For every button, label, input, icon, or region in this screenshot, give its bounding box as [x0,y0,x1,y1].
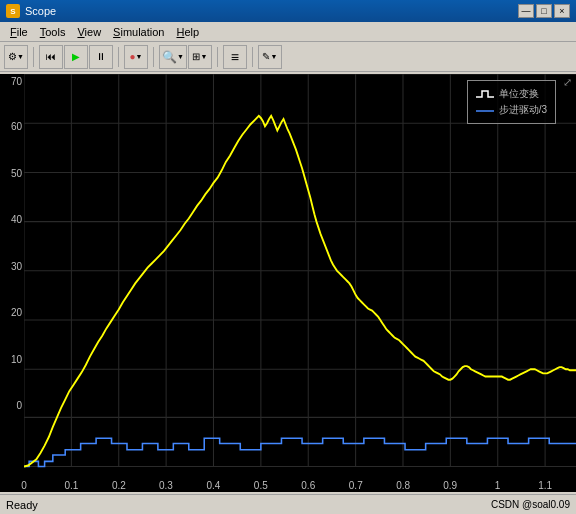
menu-simulation[interactable]: Simulation [107,22,170,42]
legend-icon-unit [476,89,494,99]
rewind-button[interactable]: ⏮ [39,45,63,69]
toolbar-group-sim: ⏮ ▶ ⏸ [39,45,113,69]
x-label-11: 1.1 [538,480,552,491]
y-label-60: 60 [11,121,22,132]
x-axis: 0 0.1 0.2 0.3 0.4 0.5 0.6 0.7 0.8 0.9 1 … [24,476,576,492]
y-label-40: 40 [11,214,22,225]
zoom-fit-icon: ⊞ [192,51,200,62]
status-ready: Ready [6,499,491,511]
pause-icon: ⏸ [96,51,106,62]
plot-svg [24,74,576,476]
status-right: CSDN @soal0.09 [491,499,570,510]
record-button[interactable]: ●▼ [124,45,148,69]
blue-signal [24,438,576,466]
y-label-50: 50 [11,168,22,179]
toolbar-group-edit: ✎▼ [258,45,282,69]
toolbar-group-zoom: 🔍▼ ⊞▼ [159,45,212,69]
pause-button[interactable]: ⏸ [89,45,113,69]
params-button[interactable]: ≡ [223,45,247,69]
gear-icon: ⚙ [8,51,17,62]
y-label-70: 70 [11,76,22,87]
status-bar: Ready CSDN @soal0.09 [0,494,576,514]
x-label-05: 0.5 [254,480,268,491]
toolbar-group-params: ≡ [223,45,247,69]
y-label-10: 10 [11,354,22,365]
x-label-01: 0.1 [65,480,79,491]
x-label-02: 0.2 [112,480,126,491]
zoomfit-chevron: ▼ [200,53,207,60]
y-label-30: 30 [11,261,22,272]
toolbar-separator-4 [217,47,218,67]
fullscreen-icon[interactable]: ⤢ [563,76,572,89]
zoom-chevron: ▼ [177,53,184,60]
menu-view[interactable]: View [71,22,107,42]
minimize-button[interactable]: — [518,4,534,18]
toolbar-separator-3 [153,47,154,67]
toolbar-separator-2 [118,47,119,67]
rewind-icon: ⏮ [46,51,56,62]
window-controls: — □ × [518,4,570,18]
title-bar: S Scope — □ × [0,0,576,22]
edit-icon: ✎ [262,51,270,62]
toolbar-separator-1 [33,47,34,67]
x-label-08: 0.8 [396,480,410,491]
legend-item-step: 步进驱动/3 [476,103,547,117]
y-label-20: 20 [11,307,22,318]
yellow-signal [24,116,576,467]
toolbar-group-settings: ⚙▼ [4,45,28,69]
play-button[interactable]: ▶ [64,45,88,69]
legend-item-unit: 单位变换 [476,87,547,101]
app-icon: S [6,4,20,18]
zoom-in-button[interactable]: 🔍▼ [159,45,187,69]
menu-help[interactable]: Help [170,22,205,42]
maximize-button[interactable]: □ [536,4,552,18]
x-label-03: 0.3 [159,480,173,491]
play-icon: ▶ [72,51,80,62]
close-button[interactable]: × [554,4,570,18]
edit-button[interactable]: ✎▼ [258,45,282,69]
zoom-in-icon: 🔍 [162,50,177,64]
main-window: S Scope — □ × File Tools View Simulation… [0,0,576,514]
x-label-04: 0.4 [206,480,220,491]
x-label-06: 0.6 [301,480,315,491]
legend-label-step: 步进驱动/3 [499,103,547,117]
x-label-07: 0.7 [349,480,363,491]
params-icon: ≡ [231,49,239,65]
record-chevron: ▼ [136,53,143,60]
menu-file[interactable]: File [4,22,34,42]
x-label-1: 1 [495,480,501,491]
edit-chevron: ▼ [270,53,277,60]
y-label-0: 0 [16,400,22,411]
menu-tools[interactable]: Tools [34,22,72,42]
zoom-fit-button[interactable]: ⊞▼ [188,45,212,69]
legend-icon-step [476,105,494,115]
x-label-09: 0.9 [443,480,457,491]
toolbar: ⚙▼ ⏮ ▶ ⏸ ●▼ 🔍▼ ⊞▼ [0,42,576,72]
toolbar-separator-5 [252,47,253,67]
legend-label-unit: 单位变换 [499,87,539,101]
y-axis: 70 60 50 40 30 20 10 0 [0,74,24,492]
settings-chevron: ▼ [17,53,24,60]
scope-plot: ⤢ 70 60 50 40 30 20 10 0 [0,74,576,492]
toolbar-group-record: ●▼ [124,45,148,69]
content-area: ⤢ 70 60 50 40 30 20 10 0 [0,72,576,514]
settings-button[interactable]: ⚙▼ [4,45,28,69]
menu-bar: File Tools View Simulation Help [0,22,576,42]
legend: 单位变换 步进驱动/3 [467,80,556,124]
x-label-0: 0 [21,480,27,491]
title-text: Scope [25,5,518,17]
